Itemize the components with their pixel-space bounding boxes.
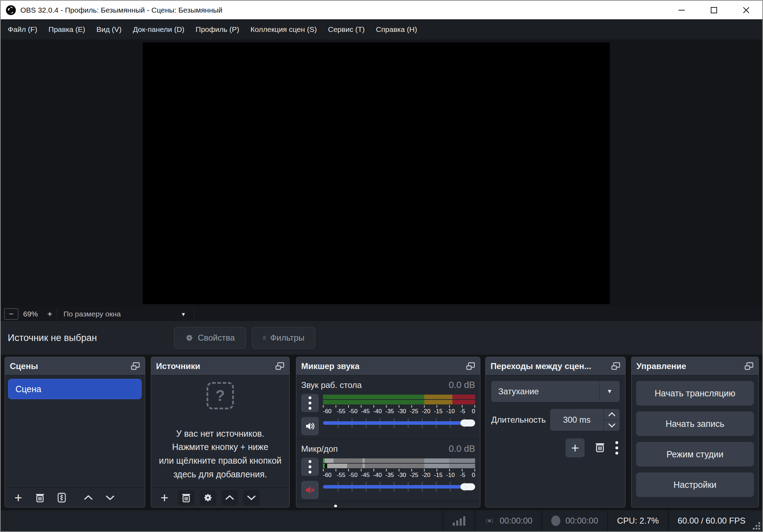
scenes-panel-header[interactable]: Сцены: [5, 357, 145, 375]
empty-text-line: или щёлкните правой кнопкой: [159, 454, 282, 468]
chevron-down-icon[interactable]: ▼: [599, 381, 620, 402]
popout-icon[interactable]: [611, 362, 620, 370]
sources-empty-state: ? У вас нет источников. Нажмите кнопку +…: [151, 375, 289, 487]
maximize-button[interactable]: [698, 1, 730, 19]
duration-spinbox[interactable]: 300 ms: [550, 409, 620, 431]
record-timer: 00:00:00: [565, 516, 598, 526]
move-scene-down-button[interactable]: [102, 490, 119, 505]
properties-button[interactable]: Свойства: [174, 327, 246, 349]
menu-help[interactable]: Справка (H): [370, 19, 423, 40]
gear-icon: [185, 334, 194, 342]
stream-time-section: 00:00:00: [474, 510, 541, 531]
duration-increase-button[interactable]: [604, 409, 620, 420]
popout-icon[interactable]: [744, 362, 754, 370]
add-source-button[interactable]: +: [156, 490, 173, 505]
add-transition-button[interactable]: +: [566, 438, 585, 457]
slider-handle[interactable]: [460, 420, 475, 427]
slider-handle[interactable]: [460, 483, 475, 490]
kebab-menu-icon: [309, 396, 311, 410]
empty-text-line: У вас нет источников.: [176, 427, 264, 441]
program-canvas[interactable]: [143, 42, 610, 304]
move-source-down-button[interactable]: [243, 490, 260, 505]
menu-edit[interactable]: Правка (E): [43, 19, 91, 40]
meter-scale: -60-55-50-45-40-35-30-25-20-15-10-50: [323, 408, 475, 415]
sources-list[interactable]: ? У вас нет источников. Нажмите кнопку +…: [151, 375, 289, 487]
speaker-icon: [305, 421, 315, 431]
popout-icon[interactable]: [131, 362, 140, 370]
menu-docks[interactable]: Док-панели (D): [127, 19, 190, 40]
fit-mode-select[interactable]: По размеру окна: [57, 310, 173, 318]
resize-grip[interactable]: [752, 522, 760, 530]
move-scene-up-button[interactable]: [80, 490, 97, 505]
minimize-button[interactable]: [666, 1, 698, 19]
channel-menu-button[interactable]: [301, 394, 319, 412]
slider-track[interactable]: [323, 421, 475, 425]
kebab-menu-icon: [309, 460, 311, 473]
move-source-up-button[interactable]: [221, 490, 238, 505]
zoom-in-button[interactable]: +: [43, 309, 57, 319]
channel-menu-button[interactable]: [301, 458, 319, 476]
transition-menu-button[interactable]: [615, 441, 618, 455]
scene-name: Сцена: [15, 384, 41, 394]
source-context-row: Источник не выбран Свойства Фильтры: [1, 321, 762, 355]
duration-decrease-button[interactable]: [604, 420, 620, 431]
volume-slider[interactable]: [323, 417, 475, 429]
fps-counter: 60.00 / 60.00 FPS: [678, 516, 745, 526]
stream-timer: 00:00:00: [500, 516, 532, 526]
sources-panel-title: Источники: [156, 361, 200, 371]
zoom-out-button[interactable]: −: [4, 308, 18, 320]
remove-scene-button[interactable]: [32, 490, 48, 505]
chevron-down-icon: [105, 495, 115, 500]
filter-icon: [263, 333, 266, 342]
advanced-audio-button[interactable]: [301, 504, 318, 508]
filter-icon: [58, 493, 66, 503]
speaker-muted-icon: [305, 485, 315, 495]
add-scene-button[interactable]: +: [10, 490, 27, 505]
scenes-list: Сцена: [5, 375, 145, 487]
scenes-panel: Сцены Сцена +: [5, 357, 145, 507]
remove-transition-button[interactable]: [595, 442, 605, 454]
volume-meter: -60-55-50-45-40-35-30-25-20-15-10-50: [323, 394, 475, 415]
start-streaming-button[interactable]: Начать трансляцию: [636, 381, 754, 405]
menu-profile[interactable]: Профиль (P): [190, 19, 245, 40]
menu-tools[interactable]: Сервис (T): [322, 19, 370, 40]
studio-mode-button[interactable]: Режим студии: [636, 442, 754, 466]
filters-button[interactable]: Фильтры: [252, 327, 315, 349]
popout-icon[interactable]: [275, 362, 284, 370]
divider: [194, 307, 194, 321]
close-button[interactable]: [730, 1, 762, 19]
scene-filters-button[interactable]: [53, 490, 70, 505]
start-recording-button[interactable]: Начать запись: [636, 411, 754, 436]
unmute-toggle-button[interactable]: [301, 481, 319, 499]
transitions-panel: Переходы между сцен... Затухание ▼ Длите…: [485, 357, 626, 507]
remove-source-button[interactable]: [178, 490, 195, 505]
menu-scene-collection[interactable]: Коллекция сцен (S): [245, 19, 322, 40]
double-gear-icon: [304, 507, 315, 508]
transitions-panel-header[interactable]: Переходы между сцен...: [486, 357, 625, 375]
sources-panel-header[interactable]: Источники: [151, 357, 289, 375]
volume-slider[interactable]: [323, 481, 475, 493]
mixer-panel-header[interactable]: Микшер звука: [296, 357, 480, 375]
channel-name: Звук раб. стола: [301, 380, 362, 390]
channel-level-db: 0.0 dB: [449, 380, 475, 390]
zoom-level: 69%: [18, 310, 43, 318]
trash-icon: [35, 493, 45, 503]
menu-file[interactable]: Файл (F): [2, 19, 43, 40]
settings-button[interactable]: Настройки: [636, 472, 754, 497]
audio-mixer-panel: Микшер звука Звук раб. стола 0.0 dB: [296, 357, 480, 507]
popout-icon[interactable]: [466, 362, 475, 370]
obs-logo-icon: [6, 5, 16, 15]
slider-track[interactable]: [323, 485, 475, 489]
chevron-down-icon[interactable]: ▼: [173, 311, 194, 317]
transition-select[interactable]: Затухание ▼: [491, 381, 620, 402]
controls-panel-header[interactable]: Управление: [632, 357, 758, 375]
properties-label: Свойства: [198, 333, 235, 343]
controls-panel-title: Управление: [636, 361, 686, 371]
source-properties-button[interactable]: [200, 490, 216, 505]
mixer-menu-button[interactable]: [327, 504, 344, 508]
menu-view[interactable]: Вид (V): [91, 19, 127, 40]
chevron-up-icon: [608, 412, 616, 417]
scene-list-item[interactable]: Сцена: [8, 379, 142, 399]
mute-toggle-button[interactable]: [301, 417, 319, 435]
meter-ticks: [323, 405, 475, 408]
